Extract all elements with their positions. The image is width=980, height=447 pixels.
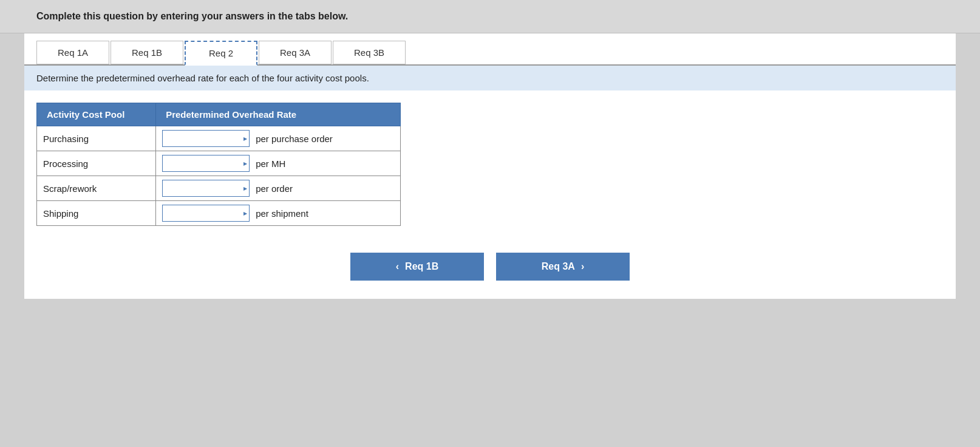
rate-cell-3: ▶per shipment: [156, 201, 401, 226]
rate-input-1[interactable]: [162, 155, 241, 172]
table-row: Processing▶per MH: [37, 151, 401, 176]
next-arrow: ›: [581, 261, 584, 272]
activity-cell-2: Scrap/rework: [37, 176, 156, 201]
activity-cell-3: Shipping: [37, 201, 156, 226]
rate-arrow-icon-0: ▶: [241, 130, 250, 147]
rate-arrow-icon-3: ▶: [241, 205, 250, 222]
next-label: Req 3A: [542, 261, 575, 272]
rate-input-3[interactable]: [162, 205, 241, 222]
rate-unit-0: per purchase order: [256, 134, 333, 144]
table-row: Shipping▶per shipment: [37, 201, 401, 226]
tab-req3b[interactable]: Req 3B: [333, 41, 406, 64]
rate-unit-2: per order: [256, 183, 293, 194]
next-button[interactable]: Req 3A ›: [496, 253, 630, 281]
tab-req3a[interactable]: Req 3A: [259, 41, 332, 64]
rate-cell-0: ▶per purchase order: [156, 126, 401, 151]
overhead-table: Activity Cost Pool Predetermined Overhea…: [36, 103, 401, 226]
rate-input-0[interactable]: [162, 130, 241, 147]
prev-label: Req 1B: [405, 261, 438, 272]
activity-cell-0: Purchasing: [37, 126, 156, 151]
tab-req1a[interactable]: Req 1A: [36, 41, 109, 64]
rate-cell-2: ▶per order: [156, 176, 401, 201]
instruction-bar: Complete this question by entering your …: [0, 0, 980, 33]
rate-arrow-icon-2: ▶: [241, 180, 250, 197]
table-row: Scrap/rework▶per order: [37, 176, 401, 201]
table-wrapper: Activity Cost Pool Predetermined Overhea…: [24, 90, 956, 238]
page-wrapper: Complete this question by entering your …: [0, 0, 980, 447]
rate-cell-1: ▶per MH: [156, 151, 401, 176]
prev-button[interactable]: ‹ Req 1B: [350, 253, 484, 281]
tabs-row: Req 1A Req 1B Req 2 Req 3A Req 3B: [24, 33, 956, 66]
prev-arrow: ‹: [396, 261, 399, 272]
rate-input-2[interactable]: [162, 180, 241, 197]
rate-unit-3: per shipment: [256, 208, 308, 219]
instruction-text: Complete this question by entering your …: [36, 11, 944, 22]
question-description: Determine the predetermined overhead rat…: [24, 66, 956, 90]
content-area: Req 1A Req 1B Req 2 Req 3A Req 3B Determ…: [24, 33, 956, 299]
activity-cell-1: Processing: [37, 151, 156, 176]
col1-header: Activity Cost Pool: [37, 103, 156, 126]
col2-header: Predetermined Overhead Rate: [156, 103, 401, 126]
nav-buttons: ‹ Req 1B Req 3A ›: [24, 238, 956, 299]
tab-req1b[interactable]: Req 1B: [111, 41, 183, 64]
rate-arrow-icon-1: ▶: [241, 155, 250, 172]
rate-unit-1: per MH: [256, 159, 285, 169]
table-row: Purchasing▶per purchase order: [37, 126, 401, 151]
tab-req2[interactable]: Req 2: [185, 41, 257, 66]
